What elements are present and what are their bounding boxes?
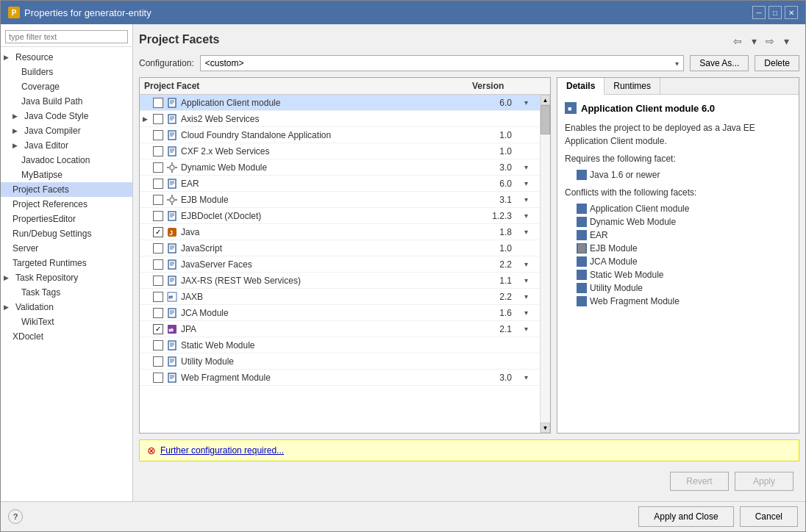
sidebar-item-resource[interactable]: ▶ Resource — [1, 50, 132, 65]
sidebar-item-java-compiler[interactable]: ▶ Java Compiler — [1, 123, 132, 138]
facet-checkbox[interactable] — [153, 373, 163, 383]
facet-row[interactable]: JavaServer Faces 2.2 ▾ — [140, 256, 540, 273]
cancel-button[interactable]: Cancel — [740, 506, 798, 527]
facet-row[interactable]: ▶ Axis2 Web Services — [140, 111, 540, 127]
apply-button[interactable]: Apply — [735, 472, 793, 491]
facet-checkbox[interactable] — [153, 146, 163, 157]
sidebar-item-validation[interactable]: ▶ Validation — [1, 300, 132, 314]
facet-row[interactable]: EJB Module 3.1 ▾ — [140, 192, 540, 208]
sidebar-item-xdoclet[interactable]: XDoclet — [1, 329, 132, 344]
sidebar-item-mybatipse[interactable]: MyBatipse — [1, 168, 132, 182]
facet-checkbox-checked[interactable]: ✓ — [153, 227, 163, 237]
facet-checkbox[interactable] — [153, 98, 163, 108]
facet-checkbox[interactable] — [153, 130, 163, 140]
close-button[interactable]: ✕ — [785, 6, 798, 19]
facet-row[interactable]: Application Client module 6.0 ▾ — [140, 95, 540, 111]
sidebar-item-project-references[interactable]: Project References — [1, 197, 132, 212]
facet-checkbox[interactable] — [153, 211, 163, 221]
sidebar-item-java-editor[interactable]: ▶ Java Editor — [1, 138, 132, 153]
sidebar-item-builders[interactable]: Builders — [1, 65, 132, 79]
facet-checkbox[interactable] — [153, 162, 163, 173]
warning-link[interactable]: Further configuration required... — [160, 445, 284, 456]
facet-version-dropdown[interactable]: ▾ — [515, 276, 537, 284]
facet-row[interactable]: EJBDoclet (XDoclet) 1.2.3 ▾ — [140, 208, 540, 224]
maximize-button[interactable]: □ — [768, 6, 782, 19]
delete-button[interactable]: Delete — [755, 55, 799, 71]
nav-forward-button[interactable]: ⇨ — [763, 34, 777, 48]
facet-version-dropdown[interactable]: ▾ — [515, 179, 537, 187]
tab-details[interactable]: Details — [557, 78, 604, 95]
facet-version-dropdown[interactable]: ▾ — [515, 228, 537, 236]
facet-checkbox[interactable] — [153, 340, 163, 351]
facet-icon-page — [166, 178, 178, 190]
tab-runtimes[interactable]: Runtimes — [604, 78, 660, 94]
facet-row[interactable]: JavaScript 1.0 — [140, 240, 540, 256]
facet-version-dropdown[interactable]: ▾ — [515, 292, 537, 301]
facet-row[interactable]: Utility Module — [140, 353, 540, 370]
facet-checkbox[interactable] — [153, 243, 163, 254]
nav-dropdown-button[interactable]: ▾ — [746, 34, 761, 48]
facet-checkbox[interactable] — [153, 292, 163, 302]
facet-row[interactable]: JAX-RS (REST Web Services) 1.1 ▾ — [140, 273, 540, 289]
facet-row[interactable]: Static Web Module — [140, 337, 540, 353]
nav-back-button[interactable]: ⇦ — [730, 34, 745, 48]
facet-row[interactable]: Dynamic Web Module 3.0 ▾ — [140, 159, 540, 176]
facet-checkbox[interactable] — [153, 195, 163, 205]
sidebar-item-run-debug[interactable]: Run/Debug Settings — [1, 226, 132, 241]
svg-rect-73 — [578, 231, 585, 240]
scroll-track[interactable] — [541, 105, 550, 423]
facet-checkbox[interactable] — [153, 308, 163, 318]
save-as-button[interactable]: Save As... — [690, 55, 749, 71]
config-combo[interactable]: <custom> ▾ — [200, 55, 685, 71]
facet-version-dropdown[interactable]: ▾ — [515, 309, 537, 317]
facet-checkbox[interactable] — [153, 179, 163, 189]
scroll-down-button[interactable]: ▼ — [541, 423, 550, 433]
sidebar-item-project-facets[interactable]: Project Facets — [1, 182, 132, 197]
facet-row[interactable]: Web Fragment Module 3.0 ▾ — [140, 370, 540, 386]
facet-checkbox-checked[interactable]: ✓ — [153, 324, 163, 334]
sidebar-item-targeted-runtimes[interactable]: Targeted Runtimes — [1, 256, 132, 270]
apply-and-close-button[interactable]: Apply and Close — [638, 506, 733, 527]
facet-row[interactable]: JCA Module 1.6 ▾ — [140, 305, 540, 321]
details-conflict-item: JCA Module — [565, 255, 791, 268]
sidebar-item-properties-editor[interactable]: PropertiesEditor — [1, 212, 132, 226]
svg-rect-40 — [168, 260, 176, 269]
sidebar-item-task-tags[interactable]: Task Tags — [1, 285, 132, 300]
scroll-up-button[interactable]: ▲ — [541, 95, 550, 105]
facet-version-dropdown[interactable]: ▾ — [515, 212, 537, 220]
sidebar-item-javadoc[interactable]: Javadoc Location — [1, 153, 132, 168]
sidebar-item-task-repository[interactable]: ▶ Task Repository — [1, 270, 132, 285]
facet-checkbox[interactable] — [153, 356, 163, 367]
facet-row[interactable]: Cloud Foundry Standalone Application 1.0 — [140, 127, 540, 143]
sidebar-item-server[interactable]: Server — [1, 241, 132, 256]
sidebar-item-coverage[interactable]: Coverage — [1, 79, 132, 94]
facet-version-dropdown[interactable]: ▾ — [515, 373, 537, 381]
facet-version-dropdown[interactable]: ▾ — [515, 195, 537, 204]
facet-row[interactable]: ⇄ JAXB 2.2 ▾ — [140, 289, 540, 305]
sidebar-item-label: MyBatipse — [21, 170, 63, 180]
facet-row[interactable]: ✓ ⇄ JPA 2.1 ▾ — [140, 321, 540, 337]
facet-checkbox[interactable] — [153, 276, 163, 286]
facet-row[interactable]: EAR 6.0 ▾ — [140, 176, 540, 192]
nav-forward-dropdown-button[interactable]: ▾ — [779, 34, 793, 48]
facet-checkbox[interactable] — [153, 114, 163, 124]
minimize-button[interactable]: ─ — [752, 6, 766, 19]
facet-row[interactable]: CXF 2.x Web Services 1.0 — [140, 143, 540, 159]
facet-version-dropdown[interactable]: ▾ — [515, 98, 537, 107]
facets-scrollbar[interactable]: ▲ ▼ — [540, 95, 550, 433]
expand-arrow[interactable]: ▶ — [143, 115, 153, 123]
sidebar-item-java-build-path[interactable]: Java Build Path — [1, 94, 132, 109]
right-panel: Project Facets ⇦ ▾ ⇨ ▾ Configuration: <c… — [133, 24, 805, 501]
facet-version-dropdown[interactable]: ▾ — [515, 163, 537, 171]
facet-version-dropdown[interactable]: ▾ — [515, 325, 537, 333]
facet-version-dropdown[interactable]: ▾ — [515, 260, 537, 268]
scroll-thumb[interactable] — [541, 105, 550, 134]
filter-input[interactable] — [5, 30, 128, 43]
help-button[interactable]: ? — [8, 509, 23, 524]
sidebar-item-java-code-style[interactable]: ▶ Java Code Style — [1, 109, 132, 123]
facet-checkbox[interactable] — [153, 259, 163, 270]
facet-row[interactable]: ✓ J Java 1.8 ▾ — [140, 224, 540, 240]
sidebar-item-wikitext[interactable]: WikiText — [1, 314, 132, 329]
svg-rect-4 — [168, 115, 176, 123]
revert-button[interactable]: Revert — [670, 472, 729, 491]
